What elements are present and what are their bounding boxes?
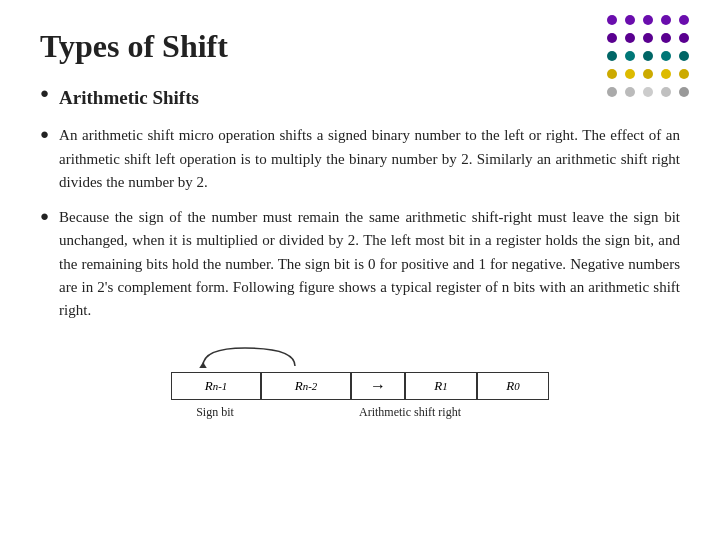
bullet-icon-2: ● bbox=[40, 126, 49, 143]
svg-point-2 bbox=[643, 15, 653, 25]
svg-point-14 bbox=[679, 51, 689, 61]
reg-cell-rn2: Rn-2 bbox=[261, 372, 351, 400]
reg-cell-arrow: → bbox=[351, 372, 405, 400]
svg-point-6 bbox=[625, 33, 635, 43]
svg-point-12 bbox=[643, 51, 653, 61]
svg-point-9 bbox=[679, 33, 689, 43]
register-row: Rn-1 Rn-2 → R1 R0 bbox=[171, 372, 549, 400]
page-title: Types of Shift bbox=[40, 28, 680, 65]
svg-point-11 bbox=[625, 51, 635, 61]
dot-grid-decoration bbox=[592, 10, 702, 100]
svg-point-22 bbox=[643, 87, 653, 97]
reg-cell-r0: R0 bbox=[477, 372, 549, 400]
arithmetic-heading-section: ● Arithmetic Shifts bbox=[40, 83, 680, 112]
arithmetic-desc-section: ● An arithmetic shift micro operation sh… bbox=[40, 124, 680, 194]
label-sign-bit: Sign bit bbox=[165, 405, 265, 420]
bullet-icon-3: ● bbox=[40, 208, 49, 225]
register-diagram: Rn-1 Rn-2 → R1 R0 Sign bit Arithmetic sh… bbox=[40, 344, 680, 420]
svg-point-23 bbox=[661, 87, 671, 97]
svg-point-20 bbox=[607, 87, 617, 97]
signbit-desc-section: ● Because the sign of the number must re… bbox=[40, 206, 680, 322]
diagram-labels: Sign bit Arithmetic shift right bbox=[165, 405, 555, 420]
svg-point-19 bbox=[679, 69, 689, 79]
svg-point-13 bbox=[661, 51, 671, 61]
svg-point-16 bbox=[625, 69, 635, 79]
arithmetic-heading: Arithmetic Shifts bbox=[59, 83, 199, 112]
svg-point-0 bbox=[607, 15, 617, 25]
content-area: ● Arithmetic Shifts ● An arithmetic shif… bbox=[40, 83, 680, 420]
bullet-icon-1: ● bbox=[40, 85, 49, 102]
slide: Types of Shift ● Arithmetic Shifts ● An … bbox=[0, 0, 720, 540]
svg-point-10 bbox=[607, 51, 617, 61]
svg-point-18 bbox=[661, 69, 671, 79]
svg-point-4 bbox=[679, 15, 689, 25]
svg-point-15 bbox=[607, 69, 617, 79]
reg-cell-r1: R1 bbox=[405, 372, 477, 400]
svg-point-24 bbox=[679, 87, 689, 97]
svg-point-21 bbox=[625, 87, 635, 97]
svg-point-1 bbox=[625, 15, 635, 25]
svg-point-3 bbox=[661, 15, 671, 25]
svg-point-5 bbox=[607, 33, 617, 43]
signbit-desc: Because the sign of the number must rema… bbox=[59, 206, 680, 322]
reg-cell-rn1: Rn-1 bbox=[171, 372, 261, 400]
svg-point-17 bbox=[643, 69, 653, 79]
svg-marker-25 bbox=[198, 362, 208, 368]
svg-point-7 bbox=[643, 33, 653, 43]
label-arithmetic-shift-right: Arithmetic shift right bbox=[265, 405, 555, 420]
arithmetic-desc: An arithmetic shift micro operation shif… bbox=[59, 124, 680, 194]
curved-arrow-svg bbox=[165, 344, 555, 368]
svg-point-8 bbox=[661, 33, 671, 43]
